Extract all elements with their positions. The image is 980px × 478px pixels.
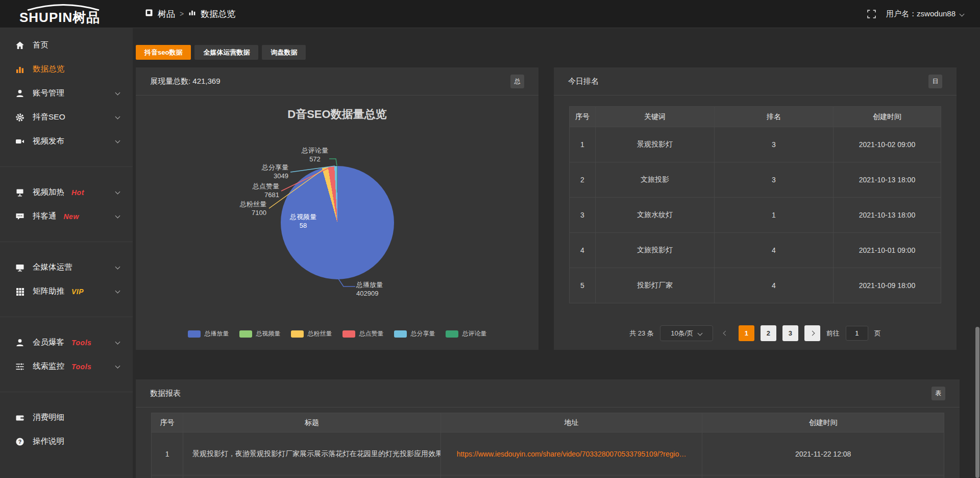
sidebar-item-video-publish[interactable]: 视频发布 (0, 129, 133, 153)
sidebar-item-label: 账号管理 (33, 88, 64, 99)
legend-item[interactable]: 总评论量 (446, 329, 487, 338)
tab-inquiry-data[interactable]: 询盘数据 (262, 45, 306, 60)
data-report-panel: 数据报表 表 序号 标题 地址 创建时间 1 景观投影灯，夜游景观投影灯 (136, 379, 960, 478)
legend-item[interactable]: 总播放量 (188, 329, 229, 338)
question-circle-icon: ? (15, 437, 26, 446)
tab-media-operation-data[interactable]: 全媒体运营数据 (194, 45, 258, 60)
legend-item[interactable]: 总点赞量 (342, 329, 384, 338)
sidebar-divider (0, 317, 133, 317)
sidebar-item-label: 抖客通 (33, 211, 57, 222)
screen-icon (15, 188, 26, 197)
col-index: 序号 (152, 413, 183, 433)
sidebar-item-video-heat[interactable]: 视频加热 Hot (0, 180, 133, 204)
next-page-button[interactable] (804, 325, 820, 341)
table-row: 4文旅投影灯42021-10-01 09:00 (570, 233, 941, 268)
sidebar-item-label: 视频发布 (33, 136, 64, 147)
sidebar-item-label: 首页 (33, 40, 48, 51)
breadcrumb-current[interactable]: 数据总览 (201, 8, 235, 20)
page-button-1[interactable]: 1 (739, 325, 754, 341)
user-icon (15, 89, 26, 98)
legend-item[interactable]: 总粉丝量 (291, 329, 332, 338)
sidebar-item-label: 操作说明 (33, 436, 64, 447)
tab-douyin-seo-data[interactable]: 抖音seo数据 (136, 45, 191, 60)
video-camera-icon (15, 137, 26, 146)
fullscreen-icon[interactable] (867, 10, 876, 18)
report-url-link[interactable]: https://www.iesdouyin.com/share/video/70… (440, 433, 702, 475)
goto-suffix: 页 (874, 329, 881, 338)
report-panel-title: 数据报表 (150, 389, 181, 398)
pie-label-fans: 总粉丝量7100 (220, 200, 266, 217)
col-created: 创建时间 (833, 107, 941, 127)
pie-label-plays: 总播放量402909 (356, 280, 418, 298)
total-view-button[interactable]: 总 (510, 75, 524, 88)
scrollbar-track[interactable] (975, 28, 980, 478)
table-row: 5投影灯厂家42021-10-09 18:00 (570, 268, 941, 303)
chevron-down-icon (115, 189, 120, 194)
chevron-down-icon (115, 90, 120, 95)
legend-swatch (291, 330, 304, 338)
chevron-down-icon (115, 138, 120, 143)
sidebar-item-matrix-boost[interactable]: 矩阵助推 VIP (0, 279, 133, 303)
chevron-down-icon (115, 339, 120, 344)
breadcrumb-root[interactable]: 树品 (158, 8, 175, 20)
pagination: 共 23 条 10条/页 1 2 3 前往 页 (554, 325, 957, 341)
day-view-button[interactable]: 日 (928, 75, 942, 88)
legend-item[interactable]: 总视频量 (239, 329, 281, 338)
sidebar-item-label: 矩阵助推 (33, 286, 64, 297)
sidebar-item-expense-detail[interactable]: 消费明细 (0, 405, 133, 429)
breadcrumb-separator: > (180, 10, 184, 18)
col-index: 序号 (570, 107, 596, 127)
col-created: 创建时间 (702, 413, 944, 433)
chevron-right-icon (810, 331, 815, 336)
sidebar-item-douketong[interactable]: 抖客通 New (0, 204, 133, 228)
sidebar-item-instructions[interactable]: ? 操作说明 (0, 429, 133, 453)
table-view-button[interactable]: 表 (932, 387, 945, 400)
table-row: 2文旅投影32021-10-13 18:00 (570, 162, 941, 198)
user-menu[interactable]: 用户名：zswodun88 (886, 9, 964, 19)
person-icon (15, 338, 26, 347)
home-icon (15, 41, 26, 50)
chart-title: D音SEO数据量总览 (136, 107, 538, 122)
sidebar-item-media-operation[interactable]: 全媒体运营 (0, 255, 133, 279)
impressions-chart-panel: 展现量总数: 421,369 总 D音SEO数据量总览 总评论量572 总分 (136, 67, 538, 350)
breadcrumb: 树品 > 数据总览 (145, 8, 235, 20)
pie-label-videos: 总视频量58 (280, 212, 326, 230)
goto-page-input[interactable] (846, 326, 868, 341)
sidebar-divider (0, 166, 133, 167)
sidebar-item-label: 抖音SEO (33, 112, 65, 123)
chart-legend: 总播放量 总视频量 总粉丝量 总点赞量 总分享量 总评论量 (136, 329, 538, 338)
svg-text:?: ? (18, 438, 21, 444)
chevron-down-icon (698, 331, 703, 336)
sidebar-item-label: 数据总览 (33, 64, 64, 75)
table-header-row: 序号 标题 地址 创建时间 (152, 413, 944, 433)
legend-swatch (342, 330, 355, 338)
sidebar-item-data-overview[interactable]: 数据总览 (0, 57, 133, 81)
table-row: 1景观投影灯32021-10-02 09:00 (570, 127, 941, 162)
app-logo: SHUPIN树品 (0, 4, 133, 24)
legend-swatch (446, 330, 458, 338)
scrollbar-thumb[interactable] (975, 327, 979, 478)
page-button-3[interactable]: 3 (782, 325, 798, 341)
col-keyword: 关键词 (595, 107, 714, 127)
table-row: 1 景观投影灯，夜游景观投影灯厂家展示展示落花灯在花园里的灯光投影应用效果 # … (152, 433, 944, 475)
sidebar-item-member-burst[interactable]: 会员爆客 Tools (0, 330, 133, 354)
chevron-left-icon (723, 331, 728, 336)
sidebar-item-label: 全媒体运营 (33, 262, 72, 273)
sidebar-item-home[interactable]: 首页 (0, 33, 133, 57)
pie-label-shares: 总分享量3049 (242, 163, 288, 180)
page-size-select[interactable]: 10条/页 (660, 325, 713, 341)
sidebar-item-accounts[interactable]: 账号管理 (0, 81, 133, 105)
new-badge: New (64, 212, 79, 221)
table-row (152, 475, 944, 478)
pagination-total: 共 23 条 (629, 329, 654, 338)
legend-item[interactable]: 总分享量 (394, 329, 435, 338)
page-button-2[interactable]: 2 (761, 325, 776, 341)
pie-label-comments: 总评论量572 (292, 146, 338, 163)
sidebar-item-clue-monitor[interactable]: 线索监控 Tools (0, 354, 133, 378)
sidebar-divider (0, 392, 133, 392)
tab-bar: 抖音seo数据 全媒体运营数据 询盘数据 (136, 45, 960, 60)
sidebar-item-douyin-seo[interactable]: 抖音SEO (0, 105, 133, 129)
main-content: 抖音seo数据 全媒体运营数据 询盘数据 展现量总数: 421,369 总 D音… (133, 28, 980, 478)
prev-page-button[interactable] (719, 325, 732, 341)
chat-bubble-icon (15, 212, 26, 221)
